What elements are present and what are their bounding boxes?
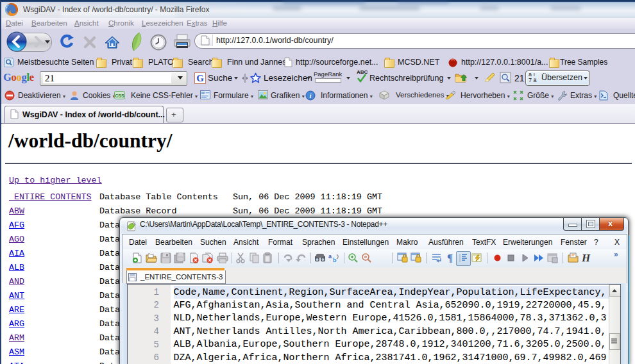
svg-text:¶: ¶ — [447, 252, 453, 263]
svg-text:a: a — [328, 253, 332, 260]
svg-text:CSS: CSS — [115, 94, 124, 98]
svg-text:H: H — [581, 252, 591, 263]
svg-text:G: G — [196, 73, 204, 83]
svg-text:b: b — [333, 257, 337, 263]
